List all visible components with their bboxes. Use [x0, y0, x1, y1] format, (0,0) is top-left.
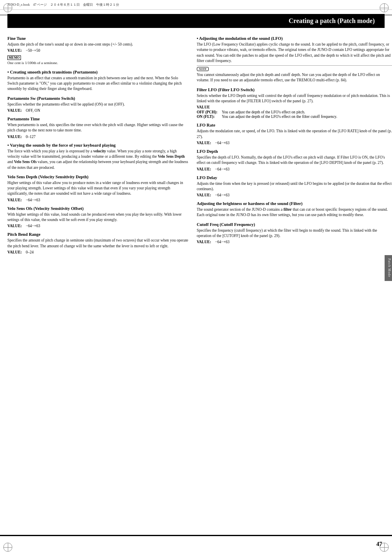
- left-column: Fine Tune Adjusts the pitch of the tone'…: [7, 32, 189, 257]
- lfo-depth-heading: LFO Depth: [197, 149, 392, 154]
- cutoff-freq-heading: Cutoff Freq (Cutoff Frequency): [197, 222, 392, 227]
- lfo-delay-section: LFO Delay Adjusts the time from when the…: [197, 175, 392, 198]
- cutoff-freq-value: VALUE: −64−+63: [197, 240, 392, 244]
- velo-sens-depth-heading: Velo Sens Depth (Velocity Sensitivity De…: [7, 175, 189, 179]
- velo-sens-ofs-value: VALUE: −64−+63: [7, 224, 189, 228]
- portamento-intro-section: Creating smooth pitch transitions (Porta…: [7, 70, 189, 92]
- main-content: Fine Tune Adjusts the pitch of the tone'…: [0, 28, 392, 261]
- patch-mode-tab: Patch Mode: [385, 255, 392, 281]
- portamento-sw-section: Portamento Sw (Portamento Switch) Specif…: [7, 96, 189, 113]
- lfo-delay-heading: LFO Delay: [197, 175, 392, 180]
- header-bar: JUNO-D_e.book 47 ページ ２０４年６月１１日 金曜日 午後１時２…: [0, 0, 392, 10]
- lfo-depth-body: Specifies the depth of LFO. Normally, th…: [197, 155, 392, 166]
- note-icon: NOTE: [197, 67, 209, 71]
- adjusting-lfo-heading: Adjusting the modulation of the sound (L…: [197, 36, 392, 41]
- fine-tune-value: VALUE: −50−+50: [7, 48, 189, 53]
- corner-decoration-tl: [3, 3, 12, 12]
- page-number: 47: [376, 541, 382, 548]
- adjusting-brightness-section: Adjusting the brightness or hardness of …: [197, 201, 392, 218]
- velo-sens-depth-section: Velo Sens Depth (Velocity Sensitivity De…: [7, 175, 189, 202]
- portamento-time-heading: Portamento Time: [7, 117, 189, 121]
- varying-sounds-heading: Varying the sounds by the force of your …: [7, 143, 189, 147]
- lfo-depth-section: LFO Depth Specifies the depth of LFO. No…: [197, 149, 392, 171]
- right-column: Adjusting the modulation of the sound (L…: [197, 32, 392, 257]
- cutoff-freq-section: Cutoff Freq (Cutoff Frequency) Specifies…: [197, 222, 392, 244]
- varying-sounds-body: The force with which you play a key is e…: [7, 149, 189, 170]
- top-border: [0, 15, 392, 15]
- portamento-time-body: When portamento is used, this specifies …: [7, 122, 189, 134]
- adjusting-brightness-heading: Adjusting the brightness or hardness of …: [197, 201, 392, 206]
- filter-lfo-off-row: OFF (PCH): You can adjust the depth of t…: [197, 110, 392, 114]
- note-block: NOTE You cannot simultaneously adjust th…: [197, 65, 392, 83]
- velo-sens-ofs-section: Velo Sens Ofs (Velocity Sensitivity Offs…: [7, 206, 189, 228]
- portamento-sw-body: Specifies whether the portamento effect …: [7, 102, 189, 107]
- fine-tune-section: Fine Tune Adjusts the pitch of the tone'…: [7, 36, 189, 66]
- filter-lfo-value-heading: VALUE: [197, 105, 392, 109]
- filter-lfo-on-row: ON (FLT): You can adjust the depth of th…: [197, 115, 392, 119]
- cutoff-freq-body: Specifies the frequency (cutoff frequenc…: [197, 228, 392, 239]
- filter-lfo-heading: Filter LFO (Filter LFO Switch): [197, 88, 392, 92]
- varying-sounds-section: Varying the sounds by the force of your …: [7, 143, 189, 170]
- corner-decoration-tr: [380, 3, 389, 12]
- filter-lfo-section: Filter LFO (Filter LFO Switch) Selects w…: [197, 88, 392, 119]
- filter-lfo-body: Selects whether the LFO Depth setting wi…: [197, 93, 392, 104]
- header-text: JUNO-D_e.book 47 ページ ２０４年６月１１日 金曜日 午後１時２…: [7, 2, 119, 7]
- lfo-rate-value: VALUE: −64−+63: [197, 141, 392, 145]
- note-text: You cannot simultaneously adjust the pit…: [197, 72, 392, 83]
- lfo-rate-section: LFO Rate Adjusts the modulation rate, or…: [197, 123, 392, 145]
- lfo-rate-body: Adjusts the modulation rate, or speed, o…: [197, 129, 392, 140]
- memo-block: MEMO One cent is 1/100th of a semitone.: [7, 55, 189, 66]
- memo-text: One cent is 1/100th of a semitone.: [7, 60, 189, 66]
- fine-tune-heading: Fine Tune: [7, 36, 189, 41]
- portamento-time-section: Portamento Time When portamento is used,…: [7, 117, 189, 139]
- lfo-rate-heading: LFO Rate: [197, 123, 392, 127]
- portamento-sw-value: VALUE: OFF, ON: [7, 108, 189, 113]
- velo-sens-depth-body: Higher settings of this value allow you …: [7, 180, 189, 197]
- portamento-time-value: VALUE: 0–127: [7, 135, 189, 139]
- bottom-divider: [0, 535, 392, 536]
- portamento-intro-body: Portamento is an effect that creates a s…: [7, 76, 189, 92]
- velo-sens-ofs-body: With higher settings of this value, loud…: [7, 212, 189, 223]
- pitch-bend-range-section: Pitch Bend Range Specifies the amount of…: [7, 232, 189, 254]
- memo-label: MEMO: [7, 55, 21, 60]
- velo-sens-ofs-heading: Velo Sens Ofs (Velocity Sensitivity Offs…: [7, 206, 189, 211]
- lfo-delay-body: Adjusts the time from when the key is pr…: [197, 181, 392, 192]
- adjusting-lfo-section: Adjusting the modulation of the sound (L…: [197, 36, 392, 64]
- lfo-depth-value: VALUE: −64−+63: [197, 167, 392, 171]
- lfo-delay-value: VALUE: −64−+63: [197, 193, 392, 197]
- fine-tune-body: Adjusts the pitch of the tone's sound up…: [7, 42, 189, 47]
- pitch-bend-heading: Pitch Bend Range: [7, 232, 189, 237]
- page-title: Creating a patch (Patch mode): [7, 14, 385, 28]
- corner-decoration-bl: [3, 543, 12, 552]
- adjusting-lfo-body: The LFO (Low Frequency Oscillator) appli…: [197, 42, 392, 64]
- portamento-intro-heading: Creating smooth pitch transitions (Porta…: [7, 70, 189, 74]
- pitch-bend-body: Specifies the amount of pitch change in …: [7, 238, 189, 249]
- adjusting-brightness-body: The sound generator section of the JUNO-…: [197, 207, 392, 218]
- portamento-sw-heading: Portamento Sw (Portamento Switch): [7, 96, 189, 101]
- pitch-bend-value: VALUE: 0–24: [7, 250, 189, 254]
- velo-sens-depth-value: VALUE: −64−+63: [7, 198, 189, 202]
